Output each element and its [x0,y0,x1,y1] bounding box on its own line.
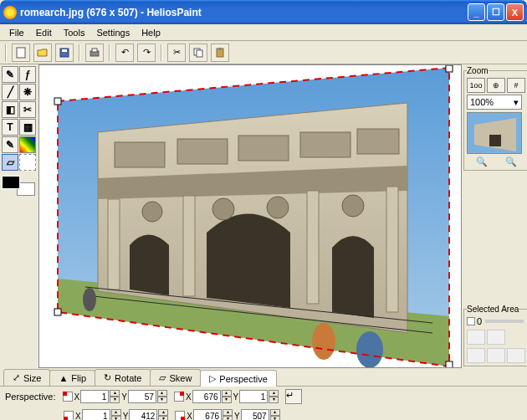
tl-y-input[interactable] [128,390,156,403]
opacity-slider[interactable]: 0 [467,316,525,326]
close-button[interactable]: X [506,3,524,21]
corner-bottom-right: X▴▾ Y▴▾ [175,409,279,420]
zoom-grid-button[interactable]: # [507,78,525,93]
tr-x-dn[interactable]: ▾ [222,397,232,403]
tr-y-input[interactable] [239,390,268,403]
apply-button[interactable]: ↵ [285,389,302,404]
zoom-select[interactable]: 100%▾ [467,95,522,110]
save-button[interactable] [55,44,74,62]
pencil-tool[interactable]: ✎ [2,66,18,83]
svg-rect-17 [357,129,399,154]
open-button[interactable] [33,44,52,62]
sel-tool-2[interactable] [487,330,505,345]
corner-bottom-left: X▴▾ Y▴▾ [64,409,168,420]
undo-button[interactable]: ↶ [115,44,134,62]
zoom-100-button[interactable]: 1oo [467,78,485,93]
select-tool[interactable] [19,154,36,171]
color-swatch[interactable] [2,176,35,196]
sel-tool-1[interactable] [467,330,485,345]
br-y-input[interactable] [241,409,269,420]
minimize-button[interactable]: _ [468,3,485,21]
redo-button[interactable]: ↷ [137,44,156,62]
svg-rect-16 [300,132,350,157]
canvas[interactable] [38,64,462,368]
tl-y-up[interactable]: ▴ [157,390,167,397]
bl-y-up[interactable]: ▴ [158,409,168,416]
perspective-label: Perspective: [5,392,56,402]
navigator-thumbnail[interactable] [467,112,522,154]
svg-point-24 [267,197,289,218]
canvas-image [39,65,458,368]
menu-file[interactable]: File [3,26,30,39]
tl-x-dn[interactable]: ▾ [110,397,120,403]
zoom-out-icon[interactable]: 🔍 [476,156,488,167]
sel-tool-5[interactable] [507,348,525,363]
right-panel: Zoom 1oo ⊕ # 100%▾ 🔍 🔍 Selected Area 0 [462,64,527,368]
menu-tools[interactable]: Tools [58,26,91,39]
tab-flip[interactable]: ▲Flip [49,370,95,386]
tl-x-up[interactable]: ▴ [110,390,120,397]
scissors-tool[interactable]: ✂ [19,101,36,118]
zoom-panel: Zoom 1oo ⊕ # 100%▾ 🔍 🔍 [463,66,527,171]
br-x-input[interactable] [193,409,222,420]
zoom-in-icon[interactable]: 🔍 [505,156,517,167]
tab-perspective[interactable]: ▷Perspective [200,370,276,387]
tr-x-input[interactable] [192,390,221,403]
spray-tool[interactable]: ❋ [19,84,36,100]
svg-rect-19 [183,196,195,296]
selected-area-panel: Selected Area 0 [463,305,527,366]
gradient-tool[interactable] [19,136,36,153]
maximize-button[interactable]: ☐ [487,3,504,21]
tl-x-input[interactable] [80,390,109,403]
menu-edit[interactable]: Edit [30,26,58,39]
eraser-tool[interactable]: ◧ [2,101,18,118]
tab-rotate[interactable]: ↻Rotate [95,369,151,386]
copy-button[interactable] [189,44,207,62]
br-y-dn[interactable]: ▾ [270,416,280,420]
foreground-color[interactable] [2,176,20,189]
line-tool[interactable]: ╱ [2,84,18,100]
menu-settings[interactable]: Settings [90,26,136,39]
tr-y-up[interactable]: ▴ [269,390,279,397]
cut-button[interactable]: ✂ [167,44,186,62]
tr-y-dn[interactable]: ▾ [269,397,279,403]
svg-point-30 [83,288,96,311]
br-y-up[interactable]: ▴ [270,409,280,416]
tl-y-dn[interactable]: ▾ [157,397,167,403]
svg-rect-32 [54,98,61,105]
bl-x-input[interactable] [82,409,110,420]
svg-rect-4 [92,49,97,52]
menubar: File Edit Tools Settings Help [0,24,527,41]
svg-rect-21 [386,187,398,312]
svg-rect-34 [446,361,453,368]
bl-x-up[interactable]: ▴ [111,409,121,416]
tr-x-up[interactable]: ▴ [222,390,232,397]
corner-tl-icon [63,392,73,402]
titlebar: romearch.jpg (676 x 507) - HeliosPaint _… [0,0,527,24]
chevron-down-icon: ▾ [514,97,519,108]
transform-tool[interactable]: ▱ [2,154,18,171]
sel-tool-4[interactable] [487,348,505,363]
sel-tool-3[interactable] [467,348,485,363]
brush-tool[interactable]: ƒ [19,66,36,83]
svg-rect-0 [17,48,25,58]
svg-point-28 [312,323,335,360]
text-tool[interactable]: T [2,119,18,136]
paste-button[interactable] [211,44,229,62]
selected-legend: Selected Area [467,305,519,314]
print-button[interactable] [85,44,104,62]
tab-skew[interactable]: ▱Skew [150,369,201,386]
bl-y-input[interactable] [129,409,157,420]
new-button[interactable] [12,44,30,62]
transform-tabs: ⤢Size ▲Flip ↻Rotate ▱Skew ▷Perspective [0,368,527,387]
bl-x-dn[interactable]: ▾ [111,416,121,420]
picker-tool[interactable]: ✎ [2,136,18,153]
tab-size[interactable]: ⤢Size [3,369,50,386]
menu-help[interactable]: Help [136,26,166,39]
fill-tool[interactable]: ▩ [19,119,36,136]
bl-y-dn[interactable]: ▾ [158,416,168,420]
br-x-dn[interactable]: ▾ [223,416,233,420]
svg-rect-38 [489,135,501,146]
zoom-fit-button[interactable]: ⊕ [487,78,505,93]
br-x-up[interactable]: ▴ [223,409,233,416]
